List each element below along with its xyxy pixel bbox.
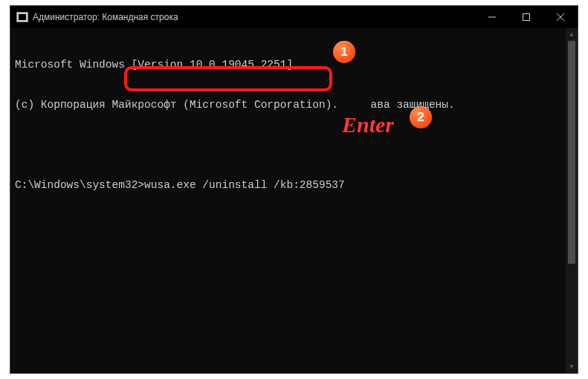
window-title: Администратор: Командная строка [33, 12, 475, 22]
prompt: C:\Windows\system32> [15, 179, 144, 191]
close-button[interactable] [543, 6, 578, 28]
console-prompt-line: C:\Windows\system32>wusa.exe /uninstall … [15, 178, 573, 192]
command-text: wusa.exe /uninstall /kb:2859537 [144, 179, 345, 191]
scroll-up-arrow-icon[interactable]: ▲ [566, 28, 578, 41]
titlebar[interactable]: Администратор: Командная строка [10, 6, 578, 28]
console-line-version: Microsoft Windows [Version 10.0.19045.22… [15, 58, 573, 71]
scrollbar-thumb[interactable] [568, 41, 575, 264]
copyright-right: ава защищены. [371, 99, 455, 111]
window-controls [475, 6, 578, 28]
scroll-down-arrow-icon[interactable]: ▼ [566, 360, 578, 373]
minimize-button[interactable] [475, 6, 509, 28]
maximize-button[interactable] [509, 6, 543, 28]
console-blank-line [15, 138, 573, 152]
vertical-scrollbar[interactable]: ▲ ▼ [566, 28, 578, 373]
console-line-copyright: (c) Корпорация Майкрософт (Microsoft Cor… [15, 98, 573, 111]
cmd-icon [16, 12, 28, 22]
copyright-left: (c) Корпорация Майкрософт (Microsoft Cor… [15, 99, 345, 111]
cmd-window: Администратор: Командная строка Microsof… [10, 5, 578, 374]
terminal-area[interactable]: Microsoft Windows [Version 10.0.19045.22… [10, 28, 578, 373]
svg-rect-1 [523, 14, 530, 21]
